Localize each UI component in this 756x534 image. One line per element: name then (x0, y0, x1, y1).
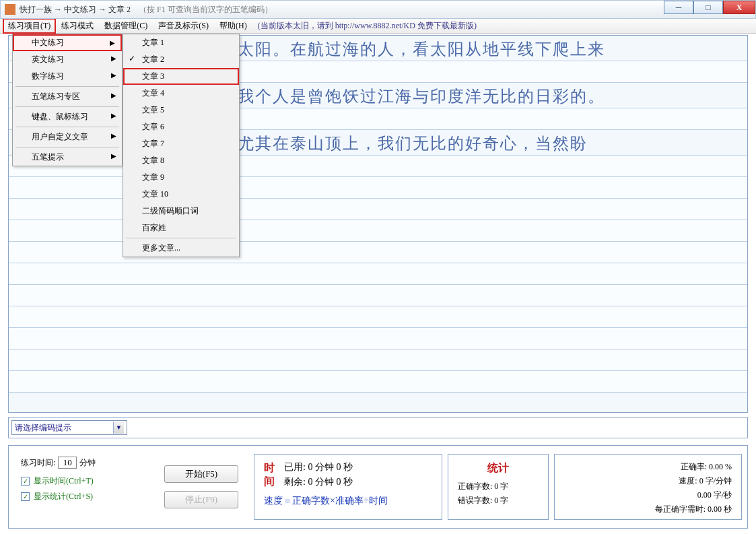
practice-blank-9[interactable] (9, 349, 747, 371)
submenu-practice-category: 中文练习▶ 英文练习▶ 数字练习▶ 五笔练习专区▶ 键盘、鼠标练习▶ 用户自定义… (12, 34, 123, 166)
check-icon: ✓ (129, 54, 135, 64)
practice-blank-1[interactable] (9, 177, 747, 199)
maximize-button[interactable]: □ (693, 1, 723, 14)
speed-formula: 速度＝正确字数×准确率÷时间 (264, 495, 432, 507)
app-icon (5, 4, 15, 15)
time-settings: 练习时间: 10 分钟 ✓ 显示时间(Ctrl+T) ✓ 显示统计(Ctrl+S… (14, 454, 149, 520)
control-buttons: 开始(F5) 停止(F9) (154, 454, 248, 520)
encoding-select-value: 请选择编码提示 (15, 422, 71, 434)
title-bar: 快打一族 → 中文练习 → 文章 2 （按 F1 可查询当前汉字的五笔编码） ─… (0, 0, 756, 19)
submenu-arrow-icon: ▶ (111, 55, 116, 62)
bottom-panel: 练习时间: 10 分钟 ✓ 显示时间(Ctrl+T) ✓ 显示统计(Ctrl+S… (8, 445, 748, 529)
metrics-box: 正确率: 0.00 % 速度: 0 字/分钟 0.00 字/秒 每正确字需时: … (554, 454, 742, 520)
stats-header: 统计 (458, 461, 539, 475)
menu-separator (15, 127, 119, 127)
practice-blank-7[interactable] (9, 306, 747, 328)
submenu-article-5[interactable]: 文章 5 (123, 102, 239, 119)
start-button[interactable]: 开始(F5) (164, 465, 238, 483)
checkbox-icon: ✓ (21, 492, 30, 501)
menu-bar: 练习项目(T) 练习模式 数据管理(C) 声音及标示(S) 帮助(H) (当前版… (0, 19, 756, 34)
practice-blank-4[interactable] (9, 242, 747, 263)
window-title: 快打一族 → 中文练习 → 文章 2 (20, 4, 131, 15)
submenu-item-number[interactable]: 数字练习▶ (13, 68, 122, 85)
accuracy: 正确率: 0.00 % (564, 461, 732, 473)
speed-per-min: 速度: 0 字/分钟 (564, 475, 732, 487)
practice-blank-8[interactable] (9, 328, 747, 349)
correct-chars: 正确字数: 0 字 (458, 481, 539, 492)
menu-data-manage[interactable]: 数据管理(C) (99, 18, 153, 34)
time-per-char: 每正确字需时: 0.00 秒 (564, 504, 732, 515)
menu-separator (15, 106, 119, 107)
submenu-arrow-icon: ▶ (111, 92, 116, 99)
time-box: 时间 已用: 0 分钟 0 秒 剩余: 0 分钟 0 秒 速度＝正确字数×准确率… (254, 454, 442, 520)
submenu-item-keyboard[interactable]: 键盘、鼠标练习▶ (13, 108, 122, 125)
submenu-article-9[interactable]: 文章 9 (123, 169, 239, 186)
practice-blank-2[interactable] (9, 199, 747, 220)
time-used: 已用: 0 分钟 0 秒 (264, 461, 432, 473)
checkbox-icon: ✓ (21, 477, 30, 486)
time-header: 时间 (264, 461, 277, 488)
submenu-article-8[interactable]: 文章 8 (123, 152, 239, 169)
dropdown-arrow-icon: ▼ (113, 422, 124, 434)
submenu-more-articles[interactable]: 更多文章... (123, 240, 239, 257)
submenu-arrow-icon: ▶ (111, 152, 116, 160)
submenu-article-1[interactable]: 文章 1 (123, 34, 239, 51)
submenu-item-wubi-zone[interactable]: 五笔练习专区▶ (13, 88, 122, 105)
menu-sound[interactable]: 声音及标示(S) (153, 18, 214, 34)
menu-separator (126, 238, 236, 238)
submenu-arrow-icon: ▶ (111, 71, 116, 79)
submenu-article-7[interactable]: 文章 7 (123, 135, 239, 152)
title-hint: （按 F1 可查询当前汉字的五笔编码） (139, 4, 273, 15)
menu-separator (15, 147, 119, 147)
submenu-arrow-icon: ▶ (110, 39, 115, 46)
minimize-button[interactable]: ─ (664, 1, 693, 14)
practice-blank-3[interactable] (9, 220, 747, 242)
submenu-item-custom[interactable]: 用户自定义文章▶ (13, 129, 122, 145)
practice-blank-10[interactable] (9, 371, 747, 393)
submenu-article-2[interactable]: ✓文章 2 (123, 51, 239, 68)
stats-box: 统计 正确字数: 0 字 错误字数: 0 字 (448, 454, 549, 520)
practice-time-label: 练习时间: (21, 457, 55, 469)
stop-button[interactable]: 停止(F9) (164, 491, 238, 508)
submenu-article-10[interactable]: 文章 10 (123, 186, 239, 203)
speed-per-sec: 0.00 字/秒 (564, 490, 732, 501)
practice-blank-5[interactable] (9, 263, 747, 285)
wrong-chars: 错误字数: 0 字 (458, 495, 539, 506)
window-controls: ─ □ X (664, 1, 755, 14)
submenu-surnames[interactable]: 百家姓 (123, 220, 239, 236)
practice-time-unit: 分钟 (79, 457, 96, 469)
time-left: 剩余: 0 分钟 0 秒 (264, 476, 432, 488)
submenu-item-english[interactable]: 英文练习▶ (13, 51, 122, 68)
close-button[interactable]: X (723, 1, 755, 14)
checkbox-show-time[interactable]: ✓ 显示时间(Ctrl+T) (21, 475, 142, 487)
submenu-articles: 文章 1 ✓文章 2 文章 3 文章 4 文章 5 文章 6 文章 7 文章 8… (123, 34, 240, 257)
submenu-arrow-icon: ▶ (111, 132, 116, 139)
encoding-select[interactable]: 请选择编码提示 ▼ (11, 420, 127, 435)
submenu-simple-code[interactable]: 二级简码顺口词 (123, 203, 239, 220)
practice-blank-6[interactable] (9, 285, 747, 306)
submenu-arrow-icon: ▶ (111, 112, 116, 119)
submenu-item-wubi-hint[interactable]: 五笔提示▶ (13, 149, 122, 166)
submenu-article-3[interactable]: 文章 3 (123, 68, 239, 85)
menu-practice-items[interactable]: 练习项目(T) (3, 18, 56, 34)
practice-time-input[interactable]: 10 (58, 457, 77, 469)
submenu-item-chinese[interactable]: 中文练习▶ (13, 34, 122, 51)
encoding-bar: 请选择编码提示 ▼ (8, 417, 748, 438)
menu-notice: (当前版本太旧，请到 http://www.8882.net/KD 免费下载最新… (252, 20, 477, 32)
submenu-article-6[interactable]: 文章 6 (123, 119, 239, 135)
checkbox-show-stats[interactable]: ✓ 显示统计(Ctrl+S) (21, 491, 142, 502)
menu-practice-mode[interactable]: 练习模式 (56, 18, 99, 34)
menu-help[interactable]: 帮助(H) (214, 18, 252, 34)
submenu-article-4[interactable]: 文章 4 (123, 85, 239, 102)
menu-separator (15, 86, 119, 87)
